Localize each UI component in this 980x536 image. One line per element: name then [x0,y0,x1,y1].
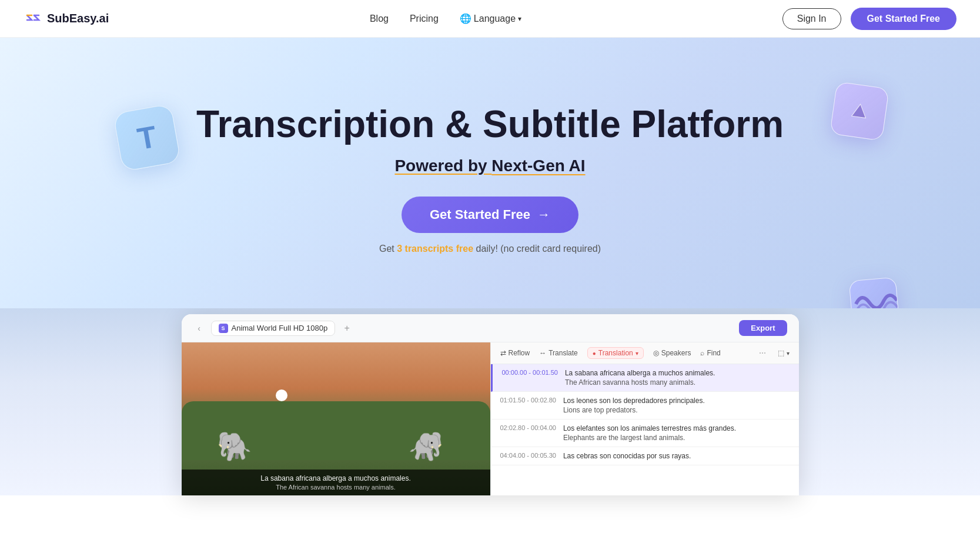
reflow-icon: ⇄ [500,349,506,357]
sign-in-button[interactable]: Sign In [782,8,841,29]
entry-timestamp-3: 02:02.80 - 00:04.00 [500,424,556,442]
arrow-right-icon: → [537,207,550,222]
get-started-nav-button[interactable]: Get Started Free [851,8,956,30]
entry-text-2: Los leones son los depredadores principa… [563,397,705,414]
wave-icon-box [849,277,900,308]
floating-wave-icon [851,279,898,308]
nav-language[interactable]: 🌐 Language ▾ [460,13,521,24]
translate-icon: ↔ [539,349,546,357]
transcript-toolbar: ⇄ Reflow ↔ Translate ● Translation ▾ ◎ [491,342,799,364]
play-icon-box [830,81,889,141]
hero-section: T Transcription & Subtitle Platform Powe… [0,38,980,308]
globe-icon: 🌐 [460,13,471,24]
hero-note-after: daily! (no credit card required) [473,244,601,254]
transcript-entry[interactable]: 00:00.00 - 00:01.50 La sabana africana a… [491,364,799,392]
triangle-icon [846,98,872,124]
transcript-entry[interactable]: 01:01.50 - 00:02.80 Los leones son los d… [491,392,799,420]
t-icon-box: T [113,104,181,172]
screen-icon: ⬚ [778,349,784,357]
reflow-button[interactable]: ⇄ Reflow [500,349,530,357]
titlebar-left: ‹ S Animal World Full HD 1080p + [193,321,353,336]
entry-translated-3: Elephants are the largest land animals. [563,434,736,442]
entry-text-4: Las cebras son conocidas por sus rayas. [563,452,691,460]
chevron-down-icon-view: ▾ [787,350,790,357]
entry-original-2: Los leones son los depredadores principa… [563,397,705,405]
tab-item[interactable]: S Animal World Full HD 1080p [211,321,336,336]
view-toggle-button[interactable]: ⬚ ▾ [778,349,790,357]
tab-label: Animal World Full HD 1080p [232,324,328,332]
floating-play-icon [833,85,886,138]
video-panel: 🐘 🐘 La sabana africana alberga a muchos … [182,342,490,495]
titlebar-nav: ‹ [193,322,205,334]
nav-blog[interactable]: Blog [370,14,389,24]
app-titlebar: ‹ S Animal World Full HD 1080p + Export [182,314,799,342]
find-button[interactable]: ⌕ Find [700,349,720,357]
entry-timestamp-4: 04:04.00 - 00:05.30 [500,452,556,460]
entry-original-3: Los elefantes son los animales terrestre… [563,424,736,432]
hero-subtitle-highlight: Next-Gen AI [491,157,585,175]
hero-subtitle-before: Powered by [394,157,491,175]
transcript-entry[interactable]: 02:02.80 - 00:04.00 Los elefantes son lo… [491,420,799,447]
subtitle-line-1: La sabana africana alberga a muchos anim… [189,474,483,482]
export-button[interactable]: Export [739,320,787,336]
entry-timestamp-1: 00:00.00 - 00:01.50 [502,369,558,387]
subtitle-line-2: The African savanna hosts many animals. [189,484,483,491]
transcript-entries: 00:00.00 - 00:01.50 La sabana africana a… [491,364,799,495]
wave-icon [849,278,899,308]
find-icon: ⌕ [700,349,704,357]
app-content: 🐘 🐘 La sabana africana alberga a muchos … [182,342,799,495]
svg-rect-0 [24,9,42,28]
translate-button[interactable]: ↔ Translate [539,349,578,357]
entry-text-1: La sabana africana alberga a muchos anim… [565,369,715,387]
entry-original-4: Las cebras son conocidas por sus rayas. [563,452,691,460]
nav-actions: Sign In Get Started Free [782,8,956,30]
nav-links: Blog Pricing 🌐 Language ▾ [370,13,521,24]
hero-subtitle: Powered by Next-Gen AI [394,157,585,175]
back-arrow[interactable]: ‹ [193,322,205,334]
more-options-button[interactable]: ⋯ [759,349,766,357]
entry-timestamp-2: 01:01.50 - 00:02.80 [500,397,556,414]
transcript-panel: ⇄ Reflow ↔ Translate ● Translation ▾ ◎ [490,342,799,495]
chevron-down-icon: ▾ [636,350,638,357]
logo[interactable]: SubEasy.ai [24,9,109,28]
hero-note-before: Get [379,244,397,254]
hero-note-highlight: 3 transcripts free [397,244,473,254]
tab-add-button[interactable]: + [341,322,353,334]
entry-original-1: La sabana africana alberga a muchos anim… [565,369,715,377]
logo-icon [24,9,42,28]
entry-translated-1: The African savanna hosts many animals. [565,378,715,387]
transcript-entry[interactable]: 04:04.00 - 00:05.30 Las cebras son conoc… [491,447,799,465]
elephant-left-icon: 🐘 [217,430,252,463]
get-started-hero-button[interactable]: Get Started Free → [402,197,578,233]
floating-t-icon: T [118,108,176,167]
nav-pricing[interactable]: Pricing [410,14,439,24]
speakers-icon: ◎ [653,349,659,357]
translation-dropdown[interactable]: ● Translation ▾ [587,347,644,359]
logo-text: SubEasy.ai [47,12,109,25]
entry-text-3: Los elefantes son los animales terrestre… [563,424,736,442]
navbar: SubEasy.ai Blog Pricing 🌐 Language ▾ Sig… [0,0,980,38]
speakers-button[interactable]: ◎ Speakers [653,349,691,357]
app-screenshot-section: ‹ S Animal World Full HD 1080p + Export [0,308,980,495]
app-window: ‹ S Animal World Full HD 1080p + Export [182,314,799,495]
video-sun [276,389,287,401]
entry-translated-2: Lions are top predators. [563,406,705,414]
elephant-right-icon: 🐘 [408,430,443,463]
hero-note: Get 3 transcripts free daily! (no credit… [379,244,601,254]
hero-title: Transcription & Subtitle Platform [196,104,784,145]
get-started-hero-label: Get Started Free [430,207,530,222]
tab-icon: S [219,324,228,333]
video-subtitle-bar: La sabana africana alberga a muchos anim… [182,470,490,495]
chevron-down-icon: ▾ [518,15,521,23]
